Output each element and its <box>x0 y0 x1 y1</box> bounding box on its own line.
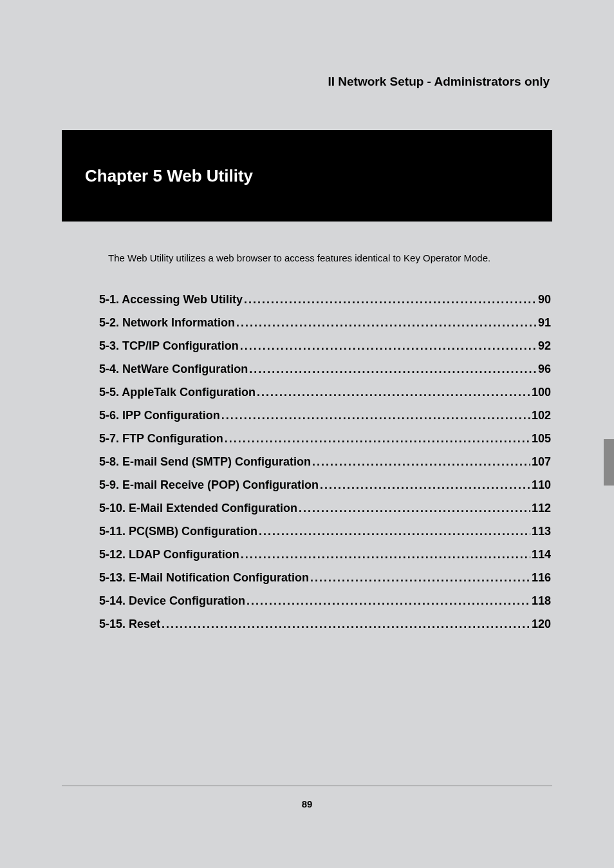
toc-entry: 5-14. Device Configuration 118 <box>99 594 551 608</box>
toc-leader-dots <box>236 316 537 330</box>
toc-leader-dots <box>244 293 537 307</box>
toc-page-number: 96 <box>538 363 551 376</box>
toc-leader-dots <box>249 363 537 376</box>
toc-title: 5-1. Accessing Web Utility <box>99 293 243 307</box>
toc-page-number: 105 <box>532 432 551 446</box>
toc-leader-dots <box>299 502 530 515</box>
toc-title: 5-9. E-mail Receive (POP) Configuration <box>99 478 319 492</box>
toc-leader-dots <box>320 478 530 492</box>
chapter-title: Chapter 5 Web Utility <box>85 166 253 186</box>
toc-entry: 5-5. AppleTalk Configuration 100 <box>99 386 551 399</box>
footer-divider <box>62 786 552 786</box>
toc-page-number: 102 <box>532 409 551 422</box>
table-of-contents: 5-1. Accessing Web Utility 90 5-2. Netwo… <box>99 293 551 631</box>
toc-leader-dots <box>310 571 530 585</box>
toc-entry: 5-7. FTP Configuration 105 <box>99 432 551 446</box>
toc-title: 5-5. AppleTalk Configuration <box>99 386 256 399</box>
toc-entry: 5-13. E-Mail Notification Configuration … <box>99 571 551 585</box>
toc-page-number: 113 <box>532 525 551 538</box>
toc-title: 5-15. Reset <box>99 618 160 631</box>
section-header: II Network Setup - Administrators only <box>62 75 552 89</box>
toc-title: 5-4. NetWare Configuration <box>99 363 248 376</box>
toc-page-number: 107 <box>532 455 551 469</box>
toc-entry: 5-6. IPP Configuration 102 <box>99 409 551 422</box>
document-page: II Network Setup - Administrators only C… <box>62 0 552 641</box>
page-number: 89 <box>0 798 614 809</box>
toc-entry: 5-4. NetWare Configuration 96 <box>99 363 551 376</box>
toc-title: 5-8. E-mail Send (SMTP) Configuration <box>99 455 311 469</box>
toc-entry: 5-1. Accessing Web Utility 90 <box>99 293 551 307</box>
toc-leader-dots <box>240 339 537 353</box>
intro-paragraph: The Web Utility utilizes a web browser t… <box>108 252 552 263</box>
toc-page-number: 114 <box>532 548 551 561</box>
toc-page-number: 120 <box>532 618 551 631</box>
toc-title: 5-7. FTP Configuration <box>99 432 223 446</box>
toc-page-number: 116 <box>532 571 551 585</box>
toc-page-number: 91 <box>538 316 551 330</box>
toc-page-number: 100 <box>532 386 551 399</box>
toc-title: 5-11. PC(SMB) Configuration <box>99 525 257 538</box>
toc-entry: 5-10. E-Mail Extended Configuration 112 <box>99 502 551 515</box>
toc-leader-dots <box>162 618 530 631</box>
toc-title: 5-6. IPP Configuration <box>99 409 220 422</box>
toc-entry: 5-12. LDAP Configuration 114 <box>99 548 551 561</box>
toc-page-number: 112 <box>532 502 551 515</box>
toc-page-number: 110 <box>532 478 551 492</box>
toc-entry: 5-15. Reset 120 <box>99 618 551 631</box>
section-tab-marker <box>604 439 614 486</box>
toc-title: 5-14. Device Configuration <box>99 594 245 608</box>
toc-title: 5-2. Network Information <box>99 316 235 330</box>
toc-page-number: 92 <box>538 339 551 353</box>
toc-leader-dots <box>225 432 530 446</box>
toc-page-number: 90 <box>538 293 551 307</box>
toc-entry: 5-3. TCP/IP Configuration 92 <box>99 339 551 353</box>
toc-entry: 5-8. E-mail Send (SMTP) Configuration 10… <box>99 455 551 469</box>
toc-entry: 5-9. E-mail Receive (POP) Configuration … <box>99 478 551 492</box>
toc-title: 5-12. LDAP Configuration <box>99 548 239 561</box>
toc-leader-dots <box>221 409 530 422</box>
toc-entry: 5-2. Network Information 91 <box>99 316 551 330</box>
toc-leader-dots <box>247 594 530 608</box>
toc-leader-dots <box>259 525 530 538</box>
toc-title: 5-3. TCP/IP Configuration <box>99 339 239 353</box>
toc-title: 5-10. E-Mail Extended Configuration <box>99 502 297 515</box>
toc-title: 5-13. E-Mail Notification Configuration <box>99 571 309 585</box>
chapter-banner: Chapter 5 Web Utility <box>62 130 552 222</box>
toc-leader-dots <box>257 386 530 399</box>
toc-leader-dots <box>241 548 530 561</box>
toc-entry: 5-11. PC(SMB) Configuration 113 <box>99 525 551 538</box>
toc-leader-dots <box>312 455 530 469</box>
toc-page-number: 118 <box>532 594 551 608</box>
